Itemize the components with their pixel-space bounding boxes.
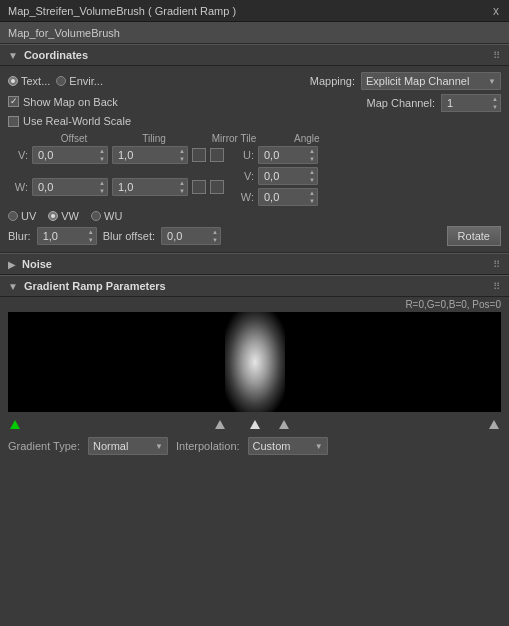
w-offset-down[interactable]: ▼ bbox=[99, 187, 105, 195]
radio-uv-btn[interactable] bbox=[8, 211, 18, 221]
angle-v-up[interactable]: ▲ bbox=[309, 168, 315, 176]
blur-arrows[interactable]: ▲ ▼ bbox=[88, 228, 94, 244]
radio-uv[interactable]: UV bbox=[8, 210, 36, 222]
show-map-back-row[interactable]: Show Map on Back bbox=[8, 96, 118, 108]
map-channel-down-arrow[interactable]: ▼ bbox=[492, 103, 498, 111]
angle-u-arrows[interactable]: ▲ ▼ bbox=[309, 147, 315, 163]
w-offset-spinbox[interactable]: 0,0 ▲ ▼ bbox=[32, 178, 108, 196]
v-tiling-up[interactable]: ▲ bbox=[179, 147, 185, 155]
v-offset-up[interactable]: ▲ bbox=[99, 147, 105, 155]
title-bar: Map_Streifen_VolumeBrush ( Gradient Ramp… bbox=[0, 0, 509, 22]
angle-v-down[interactable]: ▼ bbox=[309, 176, 315, 184]
w-tiling-spinbox[interactable]: 1,0 ▲ ▼ bbox=[112, 178, 188, 196]
gradient-stops-row bbox=[8, 412, 501, 432]
w-mirror2-checkbox[interactable] bbox=[210, 180, 224, 194]
coordinates-arrow-icon: ▼ bbox=[8, 50, 18, 61]
angle-w-arrows[interactable]: ▲ ▼ bbox=[309, 189, 315, 205]
blur-down[interactable]: ▼ bbox=[88, 236, 94, 244]
gradient-canvas[interactable] bbox=[8, 312, 501, 412]
radio-tex[interactable]: Text... bbox=[8, 75, 50, 87]
radio-wu[interactable]: WU bbox=[91, 210, 122, 222]
map-channel-spinbox[interactable]: 1 ▲ ▼ bbox=[441, 94, 501, 112]
w-offset-up[interactable]: ▲ bbox=[99, 179, 105, 187]
w-tiling-up[interactable]: ▲ bbox=[179, 179, 185, 187]
v-mirror2-checkbox[interactable] bbox=[210, 148, 224, 162]
interpolation-dropdown[interactable]: Custom ▼ bbox=[248, 437, 328, 455]
radio-env[interactable]: Envir... bbox=[56, 75, 103, 87]
interpolation-label: Interpolation: bbox=[176, 440, 240, 452]
blur-offset-value: 0,0 bbox=[164, 230, 212, 242]
v-mirror1-checkbox[interactable] bbox=[192, 148, 206, 162]
use-real-world-row[interactable]: Use Real-World Scale bbox=[8, 115, 501, 127]
mapping-dropdown[interactable]: Explicit Map Channel ▼ bbox=[361, 72, 501, 90]
radio-vw-btn[interactable] bbox=[48, 211, 58, 221]
gradient-stop-0[interactable] bbox=[10, 420, 20, 430]
v-offset-down[interactable]: ▼ bbox=[99, 155, 105, 163]
angle-u-down[interactable]: ▼ bbox=[309, 155, 315, 163]
w-mirror1-checkbox[interactable] bbox=[192, 180, 206, 194]
angle-v-spinbox[interactable]: 0,0 ▲ ▼ bbox=[258, 167, 318, 185]
map-channel-arrows[interactable]: ▲ ▼ bbox=[492, 95, 498, 111]
angle-w-value: 0,0 bbox=[261, 191, 309, 203]
gradient-stop-1[interactable] bbox=[215, 420, 225, 430]
v-offset-spinbox[interactable]: 0,0 ▲ ▼ bbox=[32, 146, 108, 164]
col-mirror-header: Mirror Tile bbox=[194, 133, 274, 144]
angle-w-label: W: bbox=[238, 191, 254, 203]
w-tiling-down[interactable]: ▼ bbox=[179, 187, 185, 195]
radio-env-btn[interactable] bbox=[56, 76, 66, 86]
angle-v-label: V: bbox=[238, 170, 254, 182]
w-tiling-value: 1,0 bbox=[115, 181, 179, 193]
gradient-canvas-wrapper bbox=[8, 312, 501, 432]
v-offset-value: 0,0 bbox=[35, 149, 99, 161]
blur-offset-down[interactable]: ▼ bbox=[212, 236, 218, 244]
blur-offset-arrows[interactable]: ▲ ▼ bbox=[212, 228, 218, 244]
gradient-type-dropdown[interactable]: Normal ▼ bbox=[88, 437, 168, 455]
gradient-stop-3[interactable] bbox=[279, 420, 289, 430]
radio-uv-label: UV bbox=[21, 210, 36, 222]
w-offset-arrows[interactable]: ▲ ▼ bbox=[99, 179, 105, 195]
coordinates-dots: ⠿ bbox=[493, 50, 501, 61]
breadcrumb-text: Map_for_VolumeBrush bbox=[8, 27, 120, 39]
noise-section-header[interactable]: ▶ Noise ⠿ bbox=[0, 253, 509, 275]
coordinates-section-header[interactable]: ▼ Coordinates ⠿ bbox=[0, 44, 509, 66]
gradient-stop-2[interactable] bbox=[250, 420, 260, 430]
use-real-world-label: Use Real-World Scale bbox=[23, 115, 131, 127]
blur-offset-spinbox[interactable]: 0,0 ▲ ▼ bbox=[161, 227, 221, 245]
angle-u-spinbox[interactable]: 0,0 ▲ ▼ bbox=[258, 146, 318, 164]
blur-spinbox[interactable]: 1,0 ▲ ▼ bbox=[37, 227, 97, 245]
v-tiling-arrows[interactable]: ▲ ▼ bbox=[179, 147, 185, 163]
blur-up[interactable]: ▲ bbox=[88, 228, 94, 236]
map-channel-up-arrow[interactable]: ▲ bbox=[492, 95, 498, 103]
gradient-ramp-arrow-icon: ▼ bbox=[8, 281, 18, 292]
col-offset-header: Offset bbox=[34, 133, 114, 144]
radio-vw[interactable]: VW bbox=[48, 210, 79, 222]
v-tiling-spinbox[interactable]: 1,0 ▲ ▼ bbox=[112, 146, 188, 164]
angle-v-arrows[interactable]: ▲ ▼ bbox=[309, 168, 315, 184]
radio-wu-btn[interactable] bbox=[91, 211, 101, 221]
gradient-beam bbox=[225, 312, 285, 412]
angle-w-spinbox[interactable]: 0,0 ▲ ▼ bbox=[258, 188, 318, 206]
radio-wu-label: WU bbox=[104, 210, 122, 222]
angle-u-up[interactable]: ▲ bbox=[309, 147, 315, 155]
gradient-stop-4[interactable] bbox=[489, 420, 499, 430]
radio-tex-btn[interactable] bbox=[8, 76, 18, 86]
rotate-button[interactable]: Rotate bbox=[447, 226, 501, 246]
coordinates-content: Text... Envir... Mapping: Explicit Map C… bbox=[0, 66, 509, 253]
angle-u-value: 0,0 bbox=[261, 149, 309, 161]
angle-w-up[interactable]: ▲ bbox=[309, 189, 315, 197]
radio-tex-label: Text... bbox=[21, 75, 50, 87]
window-title: Map_Streifen_VolumeBrush ( Gradient Ramp… bbox=[8, 5, 236, 17]
gradient-type-value: Normal bbox=[93, 440, 128, 452]
angle-w-down[interactable]: ▼ bbox=[309, 197, 315, 205]
blur-offset-up[interactable]: ▲ bbox=[212, 228, 218, 236]
interpolation-arrow: ▼ bbox=[315, 442, 323, 451]
gradient-footer: Gradient Type: Normal ▼ Interpolation: C… bbox=[0, 432, 509, 460]
close-button[interactable]: x bbox=[491, 4, 501, 18]
v-tiling-down[interactable]: ▼ bbox=[179, 155, 185, 163]
use-real-world-checkbox[interactable] bbox=[8, 116, 19, 127]
mapping-value: Explicit Map Channel bbox=[366, 75, 469, 87]
v-offset-arrows[interactable]: ▲ ▼ bbox=[99, 147, 105, 163]
show-map-back-checkbox[interactable] bbox=[8, 96, 19, 107]
w-tiling-arrows[interactable]: ▲ ▼ bbox=[179, 179, 185, 195]
gradient-ramp-section-header[interactable]: ▼ Gradient Ramp Parameters ⠿ bbox=[0, 275, 509, 297]
